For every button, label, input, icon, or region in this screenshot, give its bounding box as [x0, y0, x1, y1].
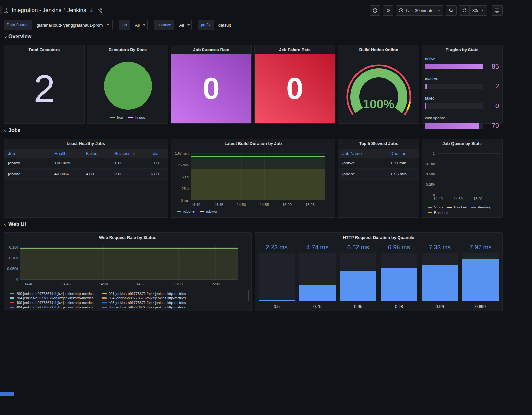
- cell-job-name: jobtwo: [339, 161, 387, 165]
- quantile-value: 4.74 ms: [299, 244, 336, 252]
- star-icon[interactable]: ☆: [89, 8, 94, 13]
- legend-item[interactable]: 404 jenkins-b99778679-fhjkz:jenkins:http…: [10, 305, 102, 309]
- legend-item[interactable]: 304 jenkins-b99778679-fhjkz:jenkins:http…: [102, 296, 245, 300]
- cell-job: jobone: [4, 172, 51, 176]
- legend-label: 403 jenkins-b99778679-fhjkz:jenkins:http…: [109, 301, 186, 305]
- gauge-value: 100%: [338, 97, 419, 111]
- legend-item[interactable]: in-use: [128, 116, 145, 119]
- panel-job-success-rate: Job Success Rate 0: [171, 45, 252, 124]
- panel-job-queue-by-state: Job Queue by State 1 0.750 0.500 0.250 0…: [422, 139, 503, 218]
- info-icon: [373, 8, 377, 13]
- tv-mode-button[interactable]: [492, 5, 503, 16]
- time-series-plot[interactable]: [438, 153, 500, 195]
- column-header[interactable]: Duration: [387, 151, 419, 156]
- stat-value: 0: [286, 71, 303, 106]
- quantile-bar: [381, 253, 417, 301]
- quantile-label: 0.95: [340, 304, 376, 309]
- quantile-label: 0.999: [462, 304, 499, 309]
- x-axis-tick: 14:40: [434, 197, 443, 201]
- grafana-dashboard: Integration - Jenkins / Jenkins ☆ ⚙: [0, 0, 532, 415]
- legend-item[interactable]: jobtwo: [200, 209, 217, 213]
- chevron-down-icon: [143, 24, 145, 26]
- prefix-input[interactable]: [215, 20, 270, 30]
- bar-gauge-track: [425, 123, 483, 129]
- job-variable-dropdown[interactable]: All: [132, 20, 148, 30]
- column-header[interactable]: Job Name: [339, 151, 387, 156]
- datasource-dropdown[interactable]: grafanacloud-ryanggrafana01-prom: [33, 20, 113, 30]
- legend-item[interactable]: jobone: [177, 209, 195, 213]
- breadcrumb-root[interactable]: Integration - Jenkins: [12, 7, 61, 14]
- x-axis-tick: 14:50: [454, 197, 463, 201]
- legend-swatch: [471, 207, 476, 208]
- y-axis-tick: 50 s: [173, 175, 189, 179]
- legend-item[interactable]: 400 jenkins-b99778679-fhjkz:jenkins:http…: [10, 301, 102, 305]
- panel-title[interactable]: Web Request Rate by Status: [4, 233, 251, 242]
- legend-item[interactable]: 403 jenkins-b99778679-fhjkz:jenkins:http…: [102, 301, 245, 305]
- section-overview[interactable]: Overview: [4, 34, 31, 39]
- panel-title[interactable]: Latest Build Duration by Job: [171, 139, 335, 148]
- legend-item[interactable]: 201 jenkins-b99778679-fhjkz:jenkins:http…: [102, 292, 245, 296]
- panel-http-duration-quantile: HTTP Request Duration by Quantile 2.23 m…: [255, 232, 503, 311]
- section-jobs[interactable]: Jobs: [4, 128, 20, 133]
- quantile-column: 7.97 ms 0.999: [462, 244, 499, 309]
- panel-title[interactable]: Least Healthy Jobs: [4, 139, 168, 148]
- legend-item[interactable]: 500 jenkins-b99778679-fhjkz:jenkins:http…: [102, 305, 245, 309]
- bar-gauge-fill: [425, 103, 426, 109]
- legend-item[interactable]: Pending: [471, 205, 491, 209]
- quantile-bar-fill: [340, 271, 376, 301]
- time-series-plot[interactable]: [20, 245, 238, 281]
- chevron-down-icon: [438, 10, 440, 11]
- dashboard-settings-button[interactable]: ⚙: [383, 5, 393, 16]
- legend-scrollbar[interactable]: [248, 290, 249, 301]
- legend-item[interactable]: Buildable: [428, 211, 449, 215]
- zoom-out-button[interactable]: [446, 5, 457, 16]
- series-line-zero: [20, 279, 238, 279]
- info-button[interactable]: [370, 5, 380, 16]
- chevron-down-icon: [187, 24, 190, 26]
- section-web-ui[interactable]: Web UI: [4, 221, 26, 227]
- panel-title[interactable]: Executors By State: [87, 45, 168, 54]
- panel-title[interactable]: HTTP Request Duration by Quantile: [255, 233, 502, 242]
- panel-title[interactable]: Total Executors: [4, 45, 84, 54]
- time-range-picker[interactable]: Last 30 minutes: [396, 5, 443, 16]
- legend-item[interactable]: Stuck: [428, 205, 444, 209]
- bar-gauge-value: 0: [486, 102, 499, 110]
- instance-variable-dropdown[interactable]: All: [176, 20, 192, 30]
- refresh-interval-dropdown[interactable]: 30s: [469, 5, 487, 16]
- quantile-bar-fill: [259, 300, 295, 301]
- monitor-icon: [494, 8, 500, 13]
- cell-failed: -: [82, 161, 110, 165]
- legend-item[interactable]: free: [110, 116, 123, 119]
- panel-title[interactable]: Job Success Rate: [171, 45, 251, 54]
- column-header[interactable]: Health: [51, 151, 82, 156]
- column-header[interactable]: Failed: [82, 151, 110, 156]
- legend-swatch: [128, 117, 133, 118]
- time-series-plot[interactable]: [191, 153, 325, 200]
- bar-gauge-value: 79: [486, 122, 499, 129]
- breadcrumb-current[interactable]: Jenkins: [67, 7, 86, 14]
- cell-health: 40.00%: [51, 172, 82, 176]
- table-row: jobtwo 1.11 min: [339, 158, 419, 169]
- refresh-button[interactable]: [459, 5, 469, 16]
- bar-gauge-fill: [425, 123, 479, 129]
- panel-title[interactable]: Job Falure Rate: [255, 45, 335, 54]
- quantile-column: 6.96 ms 0.98: [381, 244, 417, 309]
- y-axis-tick: 0.100: [4, 256, 18, 260]
- dashboards-grid-icon[interactable]: [4, 8, 8, 13]
- cell-job-name: jobone: [339, 172, 387, 176]
- legend-item[interactable]: Blocked: [447, 205, 467, 209]
- column-header[interactable]: Successful: [110, 151, 147, 156]
- bar-gauge-track: [425, 84, 483, 89]
- panel-title[interactable]: Top 5 Slowest Jobs: [338, 139, 419, 148]
- share-icon[interactable]: [98, 8, 103, 13]
- legend-item[interactable]: 200 jenkins-b99778679-fhjkz:jenkins:http…: [10, 292, 102, 296]
- panel-title[interactable]: Plugins by State: [422, 45, 502, 54]
- bar-gauge-label: failed: [425, 96, 499, 101]
- panel-title[interactable]: Job Queue by State: [422, 139, 502, 148]
- panel-title[interactable]: Build Nodes Online: [338, 45, 419, 54]
- legend-item[interactable]: 204 jenkins-b99778679-fhjkz:jenkins:http…: [10, 296, 102, 300]
- legend-swatch: [177, 211, 181, 212]
- column-header[interactable]: Job: [4, 151, 51, 156]
- column-header[interactable]: Total: [147, 151, 168, 156]
- x-axis-tick: 14:55: [260, 203, 269, 207]
